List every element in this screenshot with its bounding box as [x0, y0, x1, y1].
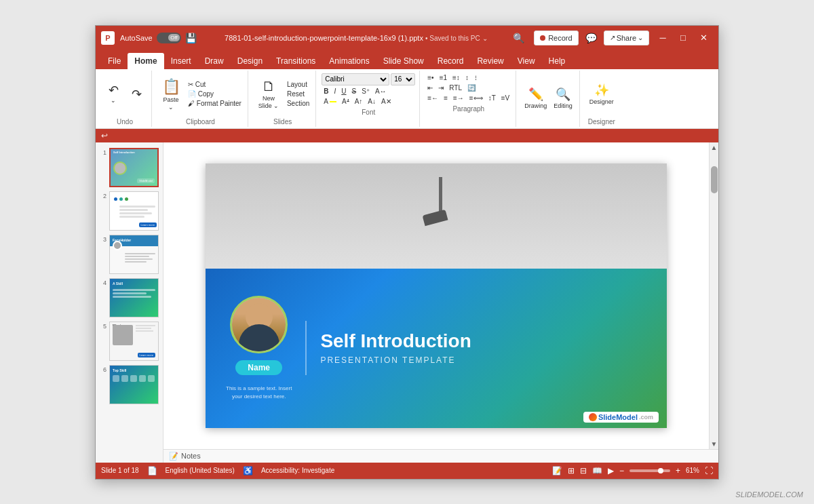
view-normal-icon[interactable]: ⊞ — [568, 466, 575, 476]
scrollbar-up-button[interactable]: ▲ — [710, 142, 718, 153]
text-highlight-button[interactable]: A⁴ — [340, 97, 351, 106]
slide-item-5[interactable]: 5 Mission Learn more — [100, 322, 159, 361]
strikethrough-button[interactable]: S — [350, 87, 359, 96]
vertical-scrollbar[interactable]: ▲ ▼ — [709, 142, 718, 449]
drawing-button[interactable]: ✏️ Drawing — [522, 85, 549, 111]
multilevel-button[interactable]: ≡↕ — [450, 73, 462, 82]
accessibility-label: Accessibility: Investigate — [261, 467, 334, 474]
increase-indent-button[interactable]: ⇥ — [436, 83, 446, 92]
slide-item-4[interactable]: 4 A Skill — [100, 278, 159, 317]
font-family-select[interactable]: Calibri — [322, 73, 389, 85]
reset-button[interactable]: Reset — [285, 90, 311, 98]
save-icon[interactable]: 💾 — [185, 33, 197, 43]
cut-button[interactable]: ✂ Cut — [186, 80, 244, 89]
slide-info-icon[interactable]: 📄 — [147, 466, 157, 476]
columns-button[interactable]: ⫶ — [472, 73, 480, 82]
zoom-plus-icon[interactable]: + — [676, 466, 680, 476]
search-icon[interactable]: 🔍 — [513, 33, 524, 43]
section-button[interactable]: Section — [285, 99, 311, 108]
zoom-slider[interactable] — [629, 469, 670, 472]
convert-smartart-button[interactable]: 🔄 — [465, 83, 478, 92]
slide-item-6[interactable]: 6 Top Skill — [100, 365, 159, 404]
zoom-minus-icon[interactable]: − — [619, 466, 624, 476]
qa-undo-icon[interactable]: ↩ — [101, 131, 108, 140]
align-center-button[interactable]: ≡ — [442, 94, 450, 102]
slide-thumb-2[interactable]: Learn more — [109, 191, 159, 231]
paragraph-spacing-button[interactable]: ↕ — [463, 73, 471, 82]
tab-help[interactable]: Help — [542, 53, 573, 69]
justify-button[interactable]: ≡⟺ — [467, 94, 485, 102]
redo-button[interactable]: ↷ — [125, 87, 147, 102]
font-row-3: A A⁴ A↑ A↓ A✕ — [322, 97, 415, 106]
slide-thumb-5[interactable]: Mission Learn more — [109, 322, 159, 361]
copy-button[interactable]: 📄 Copy — [186, 90, 244, 98]
slide-main-title: Self Introduction — [320, 331, 646, 352]
notes-status-icon[interactable]: 📝 — [552, 466, 562, 476]
accessibility-icon[interactable]: ♿ — [243, 466, 253, 476]
underline-button[interactable]: U — [339, 87, 348, 96]
ribbon-content: ↶ ⌄ ↷ Undo 📋 Paste ⌄ — [96, 69, 718, 129]
minimize-button[interactable]: ─ — [653, 31, 672, 45]
font-color-button[interactable]: A — [322, 97, 338, 106]
redo-icon: ↷ — [132, 88, 142, 100]
comment-icon[interactable]: 💬 — [583, 33, 600, 43]
slide-thumb-6[interactable]: Top Skill — [109, 365, 159, 404]
view-slide-sorter-icon[interactable]: ⊟ — [580, 466, 587, 476]
undo-button[interactable]: ↶ ⌄ — [102, 83, 124, 105]
slide-item-3[interactable]: 3 FaceHolder — [100, 235, 159, 274]
align-right-button[interactable]: ≡→ — [451, 94, 466, 102]
shadow-button[interactable]: S⁺ — [360, 87, 372, 96]
numbering-button[interactable]: ≡1 — [438, 73, 449, 82]
tab-design[interactable]: Design — [231, 53, 269, 69]
slide-thumb-3[interactable]: FaceHolder — [109, 235, 159, 274]
tab-view[interactable]: View — [511, 53, 542, 69]
slideshow-icon[interactable]: ▶ — [608, 466, 614, 476]
font-size-select[interactable]: 16 — [391, 73, 415, 85]
slide-thumb-4[interactable]: A Skill — [109, 278, 159, 317]
slide-item-1[interactable]: 1 Self Introduction SlideModel — [100, 148, 159, 187]
tab-review[interactable]: Review — [470, 53, 510, 69]
editing-button[interactable]: 🔍 Editing — [551, 85, 575, 111]
rtl-button[interactable]: RTL — [447, 83, 464, 92]
close-button[interactable]: ✕ — [694, 31, 713, 45]
tab-home[interactable]: Home — [128, 53, 163, 69]
autosave-toggle[interactable]: Off — [157, 33, 181, 43]
paste-button[interactable]: 📋 Paste ⌄ — [157, 77, 185, 112]
maximize-button[interactable]: □ — [674, 31, 693, 45]
align-text-button[interactable]: ≡V — [499, 94, 512, 102]
scrollbar-thumb[interactable] — [711, 166, 718, 193]
tab-insert[interactable]: Insert — [164, 53, 198, 69]
new-slide-button[interactable]: 🗋 New Slide ⌄ — [254, 77, 284, 111]
tab-record[interactable]: Record — [431, 53, 471, 69]
decrease-indent-button[interactable]: ⇤ — [425, 83, 435, 92]
fit-slide-icon[interactable]: ⛶ — [705, 466, 713, 476]
font-decrease-button[interactable]: A↓ — [366, 97, 378, 106]
slide-item-2[interactable]: 2 — [100, 191, 159, 231]
text-direction-button[interactable]: ↕T — [486, 94, 498, 102]
tab-draw[interactable]: Draw — [198, 53, 231, 69]
tab-slideshow[interactable]: Slide Show — [376, 53, 431, 69]
format-painter-button[interactable]: 🖌 Format Painter — [186, 99, 244, 108]
slide-thumb-1[interactable]: Self Introduction SlideModel — [109, 148, 159, 187]
record-button[interactable]: Record — [534, 31, 578, 45]
tab-animations[interactable]: Animations — [322, 53, 376, 69]
view-reading-icon[interactable]: 📖 — [592, 466, 602, 476]
font-increase-button[interactable]: A↑ — [353, 97, 365, 106]
designer-button[interactable]: ✨ Designer — [587, 81, 617, 106]
zoom-slider-thumb[interactable] — [658, 468, 663, 473]
bullets-button[interactable]: ≡• — [425, 73, 435, 82]
layout-button[interactable]: Layout — [285, 80, 311, 89]
para-row-1: ≡• ≡1 ≡↕ ↕ ⫶ — [425, 73, 511, 82]
undo-icon: ↶ — [109, 84, 119, 96]
quick-access-bar: ↩ — [96, 129, 718, 142]
tab-transitions[interactable]: Transitions — [269, 53, 322, 69]
share-button[interactable]: ↗ Share ⌄ — [604, 31, 649, 45]
italic-button[interactable]: I — [332, 87, 338, 96]
align-left-button[interactable]: ≡← — [425, 94, 440, 102]
scrollbar-down-button[interactable]: ▼ — [710, 439, 718, 449]
bold-button[interactable]: B — [322, 87, 330, 96]
tab-file[interactable]: File — [101, 53, 128, 69]
clear-format-button[interactable]: A✕ — [379, 97, 393, 106]
slide-canvas[interactable]: Name This is a sample text. Insert your … — [206, 163, 667, 428]
character-spacing-button[interactable]: A↔ — [373, 87, 389, 96]
